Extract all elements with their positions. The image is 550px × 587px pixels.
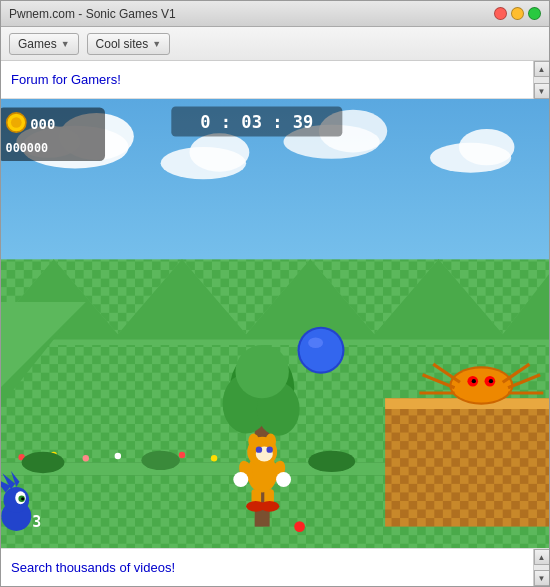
minimize-button[interactable] <box>511 7 524 20</box>
bottom-bar: Search thousands of videos! ▲ ▼ <box>1 548 549 586</box>
games-label: Games <box>18 37 57 51</box>
top-bar: Forum for Gamers! <box>1 61 533 99</box>
games-menu-button[interactable]: Games ▼ <box>9 33 79 55</box>
svg-text:000: 000 <box>30 116 55 132</box>
svg-point-75 <box>21 497 24 500</box>
bottom-scrollbar: ▲ ▼ <box>533 549 549 586</box>
svg-point-70 <box>260 501 279 512</box>
svg-point-11 <box>189 133 249 171</box>
close-button[interactable] <box>494 7 507 20</box>
svg-point-58 <box>248 434 259 449</box>
svg-text:0 : 03 : 39: 0 : 03 : 39 <box>200 112 313 132</box>
games-dropdown-arrow: ▼ <box>61 39 70 49</box>
scroll-up-arrow[interactable]: ▲ <box>534 61 550 77</box>
svg-point-61 <box>256 446 262 452</box>
bottom-scroll-up-arrow[interactable]: ▲ <box>534 549 550 565</box>
bottom-bar-content: Search thousands of videos! <box>1 549 533 586</box>
game-container: 3 000 000000 0 : 03 : 39 <box>1 99 549 548</box>
svg-point-62 <box>266 446 272 452</box>
search-link[interactable]: Search thousands of videos! <box>11 560 175 575</box>
window-controls <box>494 7 541 20</box>
top-bar-row: Forum for Gamers! ▲ ▼ <box>1 61 549 99</box>
forum-link[interactable]: Forum for Gamers! <box>11 72 121 87</box>
svg-text:3: 3 <box>32 513 41 531</box>
svg-point-39 <box>141 451 179 470</box>
svg-point-33 <box>83 455 89 461</box>
toolbar: Games ▼ Cool sites ▼ <box>1 27 549 61</box>
svg-point-34 <box>115 453 121 459</box>
svg-point-83 <box>11 117 22 128</box>
content-area: Forum for Gamers! ▲ ▼ <box>1 61 549 586</box>
svg-point-42 <box>300 329 343 372</box>
title-bar: Pwnem.com - Sonic Games V1 <box>1 1 549 27</box>
svg-point-43 <box>308 337 323 348</box>
svg-rect-22 <box>385 398 549 526</box>
svg-point-66 <box>276 472 291 487</box>
svg-point-36 <box>179 452 185 458</box>
main-window: Pwnem.com - Sonic Games V1 Games ▼ Cool … <box>0 0 550 587</box>
svg-point-40 <box>308 451 355 472</box>
game-canvas: 3 000 000000 0 : 03 : 39 <box>1 99 549 548</box>
svg-text:000000: 000000 <box>6 141 48 155</box>
svg-point-37 <box>211 455 217 461</box>
svg-point-30 <box>235 345 288 398</box>
svg-point-65 <box>233 472 248 487</box>
svg-point-80 <box>294 521 305 532</box>
cool-sites-dropdown-arrow: ▼ <box>152 39 161 49</box>
bottom-scroll-down-arrow[interactable]: ▼ <box>534 570 550 586</box>
cool-sites-menu-button[interactable]: Cool sites ▼ <box>87 33 171 55</box>
svg-point-45 <box>451 368 511 402</box>
svg-point-38 <box>22 452 65 473</box>
window-title: Pwnem.com - Sonic Games V1 <box>9 7 176 21</box>
cool-sites-label: Cool sites <box>96 37 149 51</box>
svg-point-54 <box>472 379 476 383</box>
top-scrollbar: ▲ ▼ <box>533 61 549 99</box>
svg-point-15 <box>459 129 515 165</box>
scroll-down-arrow[interactable]: ▼ <box>534 83 550 99</box>
svg-point-55 <box>489 379 493 383</box>
maximize-button[interactable] <box>528 7 541 20</box>
svg-point-59 <box>265 434 276 449</box>
